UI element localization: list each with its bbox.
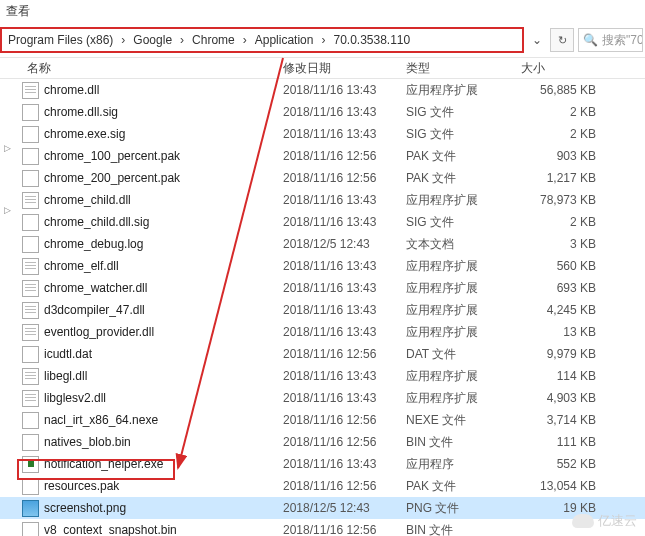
file-row[interactable]: v8_context_snapshot.bin2018/11/16 12:56B… [0,519,645,536]
breadcrumb-item[interactable]: 70.0.3538.110 [327,33,416,47]
file-size: 13,054 KB [521,479,596,493]
file-name: resources.pak [44,479,283,493]
file-row[interactable]: chrome.dll2018/11/16 13:43应用程序扩展56,885 K… [0,79,645,101]
search-input[interactable]: 🔍 搜索"70.0... [578,28,643,52]
column-date[interactable]: 修改日期 [283,60,406,77]
file-name: notification_helper.exe [44,457,283,471]
file-row[interactable]: screenshot.png2018/12/5 12:43PNG 文件19 KB [0,497,645,519]
file-date: 2018/12/5 12:43 [283,501,406,515]
file-name: chrome_100_percent.pak [44,149,283,163]
file-type: BIN 文件 [406,434,521,451]
file-date: 2018/11/16 13:43 [283,457,406,471]
file-date: 2018/11/16 12:56 [283,347,406,361]
file-name: icudtl.dat [44,347,283,361]
column-size[interactable]: 大小 [521,60,611,77]
file-name: libglesv2.dll [44,391,283,405]
file-icon [22,126,39,143]
file-size: 114 KB [521,369,596,383]
file-name: chrome_elf.dll [44,259,283,273]
file-row[interactable]: notification_helper.exe2018/11/16 13:43应… [0,453,645,475]
file-date: 2018/11/16 13:43 [283,325,406,339]
breadcrumb-item[interactable]: Application [249,33,320,47]
file-size: 560 KB [521,259,596,273]
file-row[interactable]: chrome_child.dll.sig2018/11/16 13:43SIG … [0,211,645,233]
file-date: 2018/11/16 13:43 [283,259,406,273]
file-row[interactable]: chrome_watcher.dll2018/11/16 13:43应用程序扩展… [0,277,645,299]
address-dropdown-icon[interactable]: ⌄ [528,33,546,47]
file-row[interactable]: chrome.exe.sig2018/11/16 13:43SIG 文件2 KB [0,123,645,145]
file-row[interactable]: nacl_irt_x86_64.nexe2018/11/16 12:56NEXE… [0,409,645,431]
file-date: 2018/11/16 12:56 [283,479,406,493]
file-name: screenshot.png [44,501,283,515]
file-row[interactable]: eventlog_provider.dll2018/11/16 13:43应用程… [0,321,645,343]
file-date: 2018/11/16 13:43 [283,193,406,207]
tree-expander-icon[interactable]: ▷ [4,143,11,153]
file-type: SIG 文件 [406,104,521,121]
file-type: 应用程序扩展 [406,368,521,385]
file-date: 2018/11/16 13:43 [283,215,406,229]
tree-gutter: ▷ ▷ [0,139,17,536]
file-icon [22,214,39,231]
column-name[interactable]: 名称 [0,60,283,77]
file-type: SIG 文件 [406,214,521,231]
dll-icon [22,192,39,209]
chevron-right-icon: › [241,33,249,47]
address-bar-row: Program Files (x86)›Google›Chrome›Applic… [0,23,645,57]
file-row[interactable]: chrome.dll.sig2018/11/16 13:43SIG 文件2 KB [0,101,645,123]
file-size: 9,979 KB [521,347,596,361]
breadcrumb-item[interactable]: Program Files (x86) [2,33,119,47]
file-date: 2018/11/16 13:43 [283,83,406,97]
file-date: 2018/11/16 12:56 [283,413,406,427]
breadcrumb[interactable]: Program Files (x86)›Google›Chrome›Applic… [0,27,524,53]
file-row[interactable]: chrome_elf.dll2018/11/16 13:43应用程序扩展560 … [0,255,645,277]
nexe-icon [22,412,39,429]
file-row[interactable]: d3dcompiler_47.dll2018/11/16 13:43应用程序扩展… [0,299,645,321]
file-date: 2018/11/16 13:43 [283,391,406,405]
file-row[interactable]: resources.pak2018/11/16 12:56PAK 文件13,05… [0,475,645,497]
file-size: 19 KB [521,501,596,515]
dll-icon [22,258,39,275]
file-type: PAK 文件 [406,148,521,165]
search-placeholder: 搜索"70.0... [602,32,643,49]
tree-expander-icon[interactable]: ▷ [4,205,11,215]
file-name: chrome_watcher.dll [44,281,283,295]
breadcrumb-item[interactable]: Chrome [186,33,241,47]
menu-view[interactable]: 查看 [6,4,30,18]
file-type: PNG 文件 [406,500,521,517]
file-size: 56,885 KB [521,83,596,97]
file-row[interactable]: chrome_200_percent.pak2018/11/16 12:56PA… [0,167,645,189]
file-date: 2018/11/16 13:43 [283,281,406,295]
file-size: 4,245 KB [521,303,596,317]
file-type: NEXE 文件 [406,412,521,429]
exe-icon [22,456,39,473]
file-size: 78,973 KB [521,193,596,207]
file-row[interactable]: chrome_debug.log2018/12/5 12:43文本文档3 KB [0,233,645,255]
file-list: ▷ ▷ chrome.dll2018/11/16 13:43应用程序扩展56,8… [0,79,645,536]
breadcrumb-item[interactable]: Google [127,33,178,47]
file-size: 3,714 KB [521,413,596,427]
file-row[interactable]: libglesv2.dll2018/11/16 13:43应用程序扩展4,903… [0,387,645,409]
column-type[interactable]: 类型 [406,60,521,77]
search-icon: 🔍 [583,33,598,47]
file-date: 2018/12/5 12:43 [283,237,406,251]
file-icon [22,434,39,451]
file-type: 应用程序扩展 [406,82,521,99]
file-name: v8_context_snapshot.bin [44,523,283,536]
file-row[interactable]: icudtl.dat2018/11/16 12:56DAT 文件9,979 KB [0,343,645,365]
file-icon [22,148,39,165]
file-size: 693 KB [521,281,596,295]
refresh-icon: ↻ [558,34,567,47]
file-name: nacl_irt_x86_64.nexe [44,413,283,427]
file-row[interactable]: chrome_100_percent.pak2018/11/16 12:56PA… [0,145,645,167]
file-row[interactable]: natives_blob.bin2018/11/16 12:56BIN 文件11… [0,431,645,453]
png-icon [22,500,39,517]
dll-icon [22,324,39,341]
file-name: eventlog_provider.dll [44,325,283,339]
refresh-button[interactable]: ↻ [550,28,574,52]
file-type: BIN 文件 [406,522,521,537]
file-name: chrome_debug.log [44,237,283,251]
file-icon [22,522,39,537]
file-row[interactable]: libegl.dll2018/11/16 13:43应用程序扩展114 KB [0,365,645,387]
file-size: 552 KB [521,457,596,471]
file-row[interactable]: chrome_child.dll2018/11/16 13:43应用程序扩展78… [0,189,645,211]
